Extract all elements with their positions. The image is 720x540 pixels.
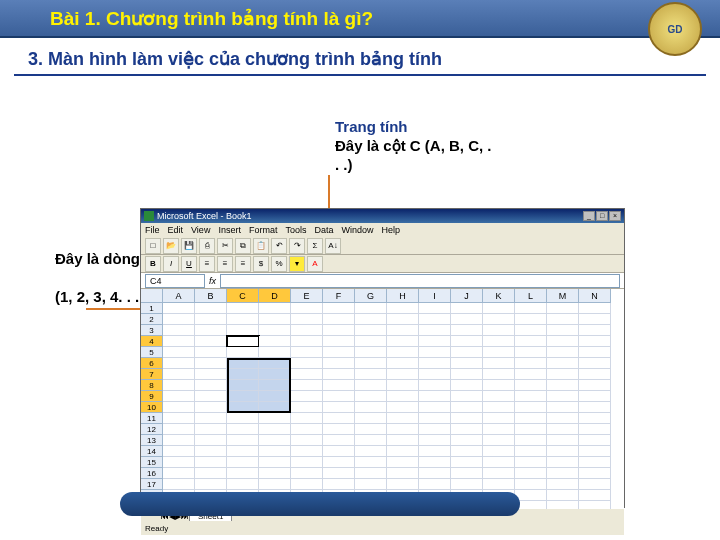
cell[interactable] [355, 325, 387, 336]
cell[interactable] [419, 314, 451, 325]
cell[interactable] [163, 347, 195, 358]
cell[interactable] [483, 479, 515, 490]
cell[interactable] [547, 303, 579, 314]
cell[interactable] [419, 380, 451, 391]
cell[interactable] [227, 446, 259, 457]
cell[interactable] [195, 314, 227, 325]
cell[interactable] [163, 479, 195, 490]
cell[interactable] [515, 303, 547, 314]
cell[interactable] [259, 347, 291, 358]
cell[interactable] [195, 369, 227, 380]
cell[interactable] [483, 314, 515, 325]
cell[interactable] [483, 391, 515, 402]
row-head-5[interactable]: 5 [141, 347, 163, 358]
cell[interactable] [291, 336, 323, 347]
col-head-F[interactable]: F [323, 289, 355, 303]
cell[interactable] [579, 490, 611, 501]
cell[interactable] [323, 347, 355, 358]
row-head-17[interactable]: 17 [141, 479, 163, 490]
col-head-B[interactable]: B [195, 289, 227, 303]
cell[interactable] [483, 457, 515, 468]
cell[interactable] [163, 380, 195, 391]
cell[interactable] [387, 325, 419, 336]
cell[interactable] [163, 336, 195, 347]
cell[interactable] [195, 380, 227, 391]
cell[interactable] [451, 325, 483, 336]
cell[interactable] [419, 303, 451, 314]
fx-icon[interactable]: fx [209, 276, 216, 286]
cell[interactable] [547, 314, 579, 325]
cell[interactable] [483, 336, 515, 347]
cell[interactable] [579, 446, 611, 457]
cell[interactable] [419, 358, 451, 369]
cell[interactable] [579, 479, 611, 490]
cell[interactable] [419, 435, 451, 446]
cell[interactable] [323, 369, 355, 380]
cell[interactable] [483, 413, 515, 424]
cell[interactable] [355, 435, 387, 446]
col-head-C[interactable]: C [227, 289, 259, 303]
excel-grid[interactable]: ABCDEFGHIJKLMN 1234567891011121314151617… [141, 289, 624, 509]
col-head-E[interactable]: E [291, 289, 323, 303]
cell[interactable] [259, 358, 291, 369]
cell[interactable] [355, 446, 387, 457]
cell[interactable] [259, 314, 291, 325]
cell[interactable] [387, 380, 419, 391]
cell[interactable] [419, 424, 451, 435]
cell[interactable] [515, 369, 547, 380]
cell[interactable] [195, 413, 227, 424]
cell[interactable] [227, 336, 259, 347]
cell[interactable] [515, 468, 547, 479]
align-left-icon[interactable]: ≡ [199, 256, 215, 272]
cell[interactable] [259, 402, 291, 413]
cell[interactable] [323, 303, 355, 314]
cell[interactable] [355, 314, 387, 325]
cell[interactable] [195, 391, 227, 402]
cell[interactable] [419, 402, 451, 413]
cell[interactable] [451, 446, 483, 457]
cell[interactable] [195, 336, 227, 347]
cell[interactable] [259, 479, 291, 490]
cell[interactable] [355, 479, 387, 490]
underline-icon[interactable]: U [181, 256, 197, 272]
cell[interactable] [515, 424, 547, 435]
menu-window[interactable]: Window [341, 225, 373, 235]
cell[interactable] [227, 424, 259, 435]
row-head-9[interactable]: 9 [141, 391, 163, 402]
cell[interactable] [483, 402, 515, 413]
cell[interactable] [355, 468, 387, 479]
cell[interactable] [163, 468, 195, 479]
cell[interactable] [547, 402, 579, 413]
cell[interactable] [323, 358, 355, 369]
cell[interactable] [195, 446, 227, 457]
cell[interactable] [387, 468, 419, 479]
cell[interactable] [259, 391, 291, 402]
cell[interactable] [259, 413, 291, 424]
cell[interactable] [227, 435, 259, 446]
cell[interactable] [451, 369, 483, 380]
save-icon[interactable]: 💾 [181, 238, 197, 254]
italic-icon[interactable]: I [163, 256, 179, 272]
sum-icon[interactable]: Σ [307, 238, 323, 254]
col-head-D[interactable]: D [259, 289, 291, 303]
cell[interactable] [451, 479, 483, 490]
cell[interactable] [355, 402, 387, 413]
cell[interactable] [355, 358, 387, 369]
cell[interactable] [387, 435, 419, 446]
bold-icon[interactable]: B [145, 256, 161, 272]
cell[interactable] [451, 336, 483, 347]
cell[interactable] [483, 435, 515, 446]
cell[interactable] [323, 446, 355, 457]
cell[interactable] [451, 457, 483, 468]
cell[interactable] [163, 369, 195, 380]
cell[interactable] [323, 380, 355, 391]
cell[interactable] [291, 347, 323, 358]
row-head-6[interactable]: 6 [141, 358, 163, 369]
maximize-button[interactable]: □ [596, 211, 608, 221]
cell[interactable] [451, 435, 483, 446]
paste-icon[interactable]: 📋 [253, 238, 269, 254]
col-head-J[interactable]: J [451, 289, 483, 303]
cell[interactable] [419, 446, 451, 457]
cell[interactable] [163, 391, 195, 402]
cell[interactable] [323, 413, 355, 424]
